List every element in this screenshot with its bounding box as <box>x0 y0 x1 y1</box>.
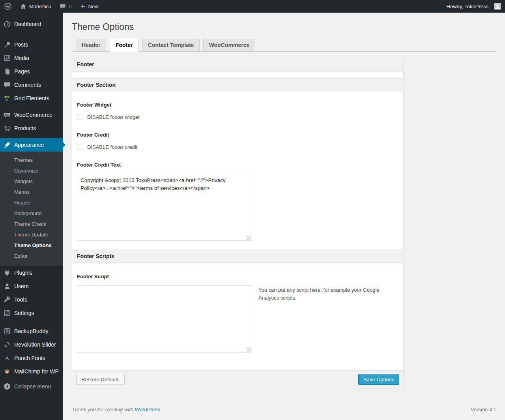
sidebar-item-label: Appearance <box>14 142 44 148</box>
resize-grip-icon[interactable] <box>247 236 251 240</box>
admin-bar: Marketica 0 New Howdy, TokoPress <box>0 0 505 13</box>
sidebar-item-label: Media <box>14 55 29 61</box>
avatar <box>494 3 501 10</box>
footer-credit-label: Footer Credit <box>77 120 398 138</box>
wordpress-logo-icon <box>4 2 12 10</box>
cart-icon <box>3 124 14 132</box>
grid-elements-icon <box>3 94 14 102</box>
sidebar-item-mailchimp[interactable]: MailChimp for WP <box>0 365 63 378</box>
new-label: New <box>88 4 99 9</box>
tab-woocommerce[interactable]: WooCommerce <box>203 39 255 52</box>
sidebar-item-label: Pages <box>14 68 30 75</box>
backupbuddy-icon <box>3 327 14 335</box>
sidebar-item-woocommerce[interactable]: Woo WooCommerce <box>0 108 63 122</box>
users-icon <box>3 282 14 290</box>
admin-footer: Thank you for creating with WordPress. V… <box>72 407 496 412</box>
sidebar-item-dashboard[interactable]: Dashboard <box>0 17 63 31</box>
restore-defaults-button[interactable]: Restore Defaults <box>76 374 125 385</box>
footer-credit-text-label: Footer Credit Text <box>77 150 398 168</box>
footer-credit-checkbox-label: DISABLE footer credit <box>87 144 137 150</box>
home-icon <box>20 3 27 10</box>
sidebar-item-tools[interactable]: Tools <box>0 293 63 306</box>
submenu-item-customize[interactable]: Customize <box>0 165 63 176</box>
tab-bar: Header Footer Contact Template WooCommer… <box>72 39 496 52</box>
sidebar-item-appearance[interactable]: Appearance <box>0 138 63 152</box>
footer-widget-checkbox[interactable] <box>77 114 83 120</box>
submenu-item-theme-update[interactable]: Theme Update <box>0 229 63 240</box>
submenu-item-menus[interactable]: Menus <box>0 187 63 197</box>
footer-credit-checkbox[interactable] <box>77 144 83 150</box>
tab-contact-template[interactable]: Contact Template <box>142 39 200 52</box>
sidebar-item-label: MailChimp for WP <box>14 368 59 375</box>
footer-scripts-header: Footer Scripts <box>72 249 403 263</box>
submenu-item-editor[interactable]: Editor <box>0 251 63 261</box>
wordpress-menu[interactable] <box>0 0 16 13</box>
sidebar-item-collapse-menu[interactable]: Collapse menu <box>0 380 63 393</box>
submenu-item-theme-options[interactable]: Theme Options <box>0 240 63 251</box>
tab-footer[interactable]: Footer <box>110 39 139 52</box>
sidebar-item-products[interactable]: Products <box>0 122 63 135</box>
pages-icon <box>3 68 14 75</box>
revolution-slider-icon <box>3 341 14 349</box>
sidebar-item-label: Tools <box>14 296 27 303</box>
sidebar-item-label: Revolution Slider <box>14 341 56 348</box>
collapse-icon <box>3 382 14 390</box>
submenu-item-background[interactable]: Background <box>0 208 63 219</box>
sidebar-item-pages[interactable]: Pages <box>0 65 63 78</box>
submenu-item-themes[interactable]: Themes <box>0 155 63 165</box>
submenu-item-theme-check[interactable]: Theme Check <box>0 219 63 229</box>
comments-shortcut[interactable]: 0 <box>55 0 75 13</box>
sidebar-item-label: Users <box>14 283 29 289</box>
sidebar-item-label: Settings <box>14 310 34 316</box>
tools-icon <box>3 296 14 304</box>
my-account-menu[interactable]: Howdy, TokoPress <box>443 3 505 10</box>
sidebar-item-label: Dashboard <box>14 21 41 27</box>
submenu-item-header[interactable]: Header <box>0 197 63 208</box>
appearance-submenu: Themes Customize Widgets Menus Header Ba… <box>0 152 63 266</box>
footer-script-input[interactable] <box>77 285 252 352</box>
panel-title-bar: Footer <box>72 57 403 72</box>
submenu-item-widgets[interactable]: Widgets <box>0 176 63 187</box>
sidebar-item-grid-elements[interactable]: Grid Elements <box>0 92 63 105</box>
sidebar-item-users[interactable]: Users <box>0 279 63 293</box>
theme-options-panel: Footer Footer Section Footer Widget DISA… <box>72 57 404 388</box>
svg-text:A: A <box>6 355 9 361</box>
footer-thankyou-text: Thank you for creating with WordPress. <box>72 407 162 412</box>
sidebar-item-label: Comments <box>14 82 41 88</box>
plus-icon <box>80 3 86 9</box>
version-text: Version 4.1 <box>471 407 496 412</box>
sidebar-item-backupbuddy[interactable]: BackupBuddy <box>0 324 63 338</box>
sidebar-item-label: Collapse menu <box>14 383 51 390</box>
woocommerce-icon: Woo <box>3 111 14 119</box>
footer-script-label: Footer Script <box>77 263 398 279</box>
admin-sidebar: Dashboard Posts Media Pages Comments <box>0 13 63 420</box>
mailchimp-icon <box>3 368 14 375</box>
sidebar-item-media[interactable]: Media <box>0 51 63 65</box>
footer-credit-text-input[interactable]: Copyright &copy; 2015 TokoPress<span><a … <box>77 174 252 241</box>
punch-fonts-icon: A <box>3 354 14 362</box>
sidebar-item-label: Grid Elements <box>14 95 49 101</box>
sidebar-item-label: WooCommerce <box>14 112 52 118</box>
media-icon <box>3 54 14 62</box>
sidebar-item-label: Plugins <box>14 270 32 276</box>
save-options-button[interactable]: Save Options <box>358 374 399 385</box>
sidebar-item-posts[interactable]: Posts <box>0 38 63 51</box>
resize-grip-icon[interactable] <box>247 347 251 352</box>
sidebar-item-comments[interactable]: Comments <box>0 78 63 92</box>
sidebar-item-plugins[interactable]: Plugins <box>0 266 63 279</box>
footer-widget-label: Footer Widget <box>77 92 398 108</box>
site-name-link[interactable]: Marketica <box>16 0 55 13</box>
comments-count: 0 <box>69 4 71 9</box>
sidebar-item-label: BackupBuddy <box>14 328 48 334</box>
sidebar-item-punch-fonts[interactable]: A Punch Fonts <box>0 351 63 365</box>
footer-script-helper-text: You can put any script here, for example… <box>258 286 381 302</box>
tab-header[interactable]: Header <box>76 39 106 52</box>
new-content-menu[interactable]: New <box>76 0 103 13</box>
sidebar-item-label: Punch Fonts <box>14 355 45 361</box>
main-content: Theme Options Header Footer Contact Temp… <box>63 13 505 420</box>
sidebar-item-settings[interactable]: Settings <box>0 306 63 320</box>
sidebar-item-revolution-slider[interactable]: Revolution Slider <box>0 338 63 351</box>
comment-bubble-icon <box>59 3 66 10</box>
wordpress-link[interactable]: WordPress. <box>135 407 162 412</box>
pin-icon <box>3 41 14 49</box>
